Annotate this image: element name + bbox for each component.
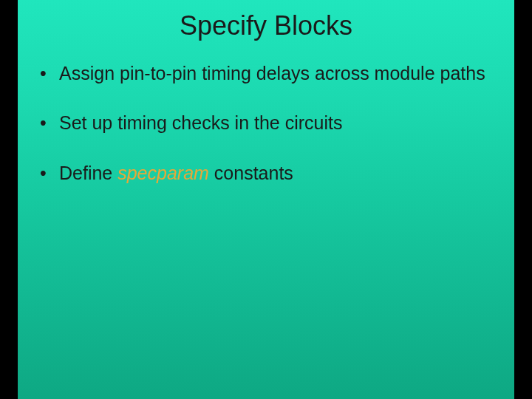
- bullet-list: Assign pin-to-pin timing delays across m…: [33, 62, 499, 185]
- bullet-text: Define: [59, 163, 117, 183]
- slide-title: Specify Blocks: [18, 0, 514, 49]
- slide: Specify Blocks Assign pin-to-pin timing …: [18, 0, 514, 399]
- list-item: Define specparam constants: [33, 162, 499, 185]
- bullet-keyword: specparam: [117, 163, 209, 183]
- list-item: Assign pin-to-pin timing delays across m…: [33, 62, 499, 85]
- bullet-text-after: constants: [209, 163, 293, 183]
- slide-content: Assign pin-to-pin timing delays across m…: [18, 49, 514, 185]
- bullet-text: Set up timing checks in the circuits: [59, 112, 343, 133]
- list-item: Set up timing checks in the circuits: [33, 112, 499, 134]
- bullet-text: Assign pin-to-pin timing delays across m…: [59, 63, 485, 83]
